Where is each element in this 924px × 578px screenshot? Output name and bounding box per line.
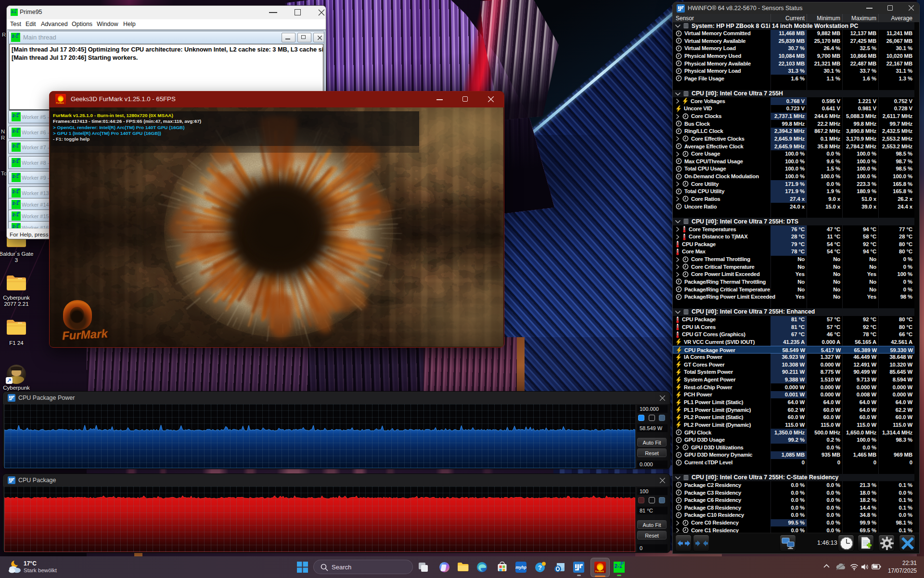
svg-text:?: ? [538, 564, 542, 571]
